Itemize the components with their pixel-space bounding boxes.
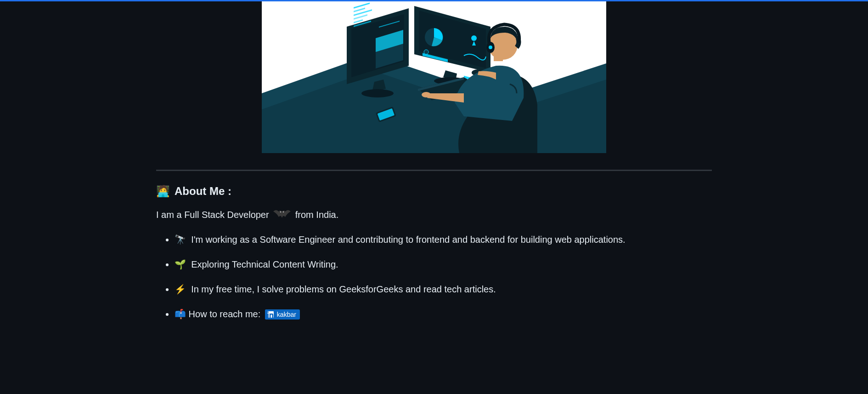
zap-emoji-icon: ⚡ bbox=[175, 282, 186, 296]
list-item: 🌱 Exploring Technical Content Writing. bbox=[175, 257, 712, 271]
linkedin-badge-label: kakbar bbox=[276, 310, 300, 320]
svg-point-14 bbox=[471, 35, 477, 41]
seedling-emoji-icon: 🌱 bbox=[175, 257, 186, 271]
list-item-reach: 📫 How to reach me: kakbar bbox=[175, 307, 712, 321]
svg-point-18 bbox=[424, 50, 428, 54]
list-item: ⚡ In my free time, I solve problems on G… bbox=[175, 282, 712, 296]
about-me-heading-text: About Me : bbox=[175, 183, 231, 200]
list-item-text: In my free time, I solve problems on Gee… bbox=[191, 284, 496, 294]
reach-text: How to reach me: bbox=[189, 309, 261, 319]
svg-point-24 bbox=[422, 92, 431, 97]
svg-rect-1 bbox=[354, 7, 365, 12]
list-item: 🔭 I'm working as a Software Engineer and… bbox=[175, 233, 712, 246]
mailbox-emoji-icon: 📫 bbox=[175, 307, 186, 321]
intro-paragraph: I am a Full Stack Developer from India. bbox=[156, 208, 712, 223]
about-me-heading: 🧑‍💻 About Me : bbox=[156, 183, 712, 200]
svg-point-7 bbox=[361, 89, 394, 97]
linkedin-badge[interactable]: kakbar bbox=[265, 309, 300, 320]
intro-suffix: from India. bbox=[295, 210, 338, 220]
hero-section bbox=[156, 1, 712, 153]
list-item-text: I'm working as a Software Engineer and c… bbox=[191, 234, 626, 245]
technologist-emoji-icon: 🧑‍💻 bbox=[156, 183, 170, 200]
bat-icon bbox=[273, 209, 291, 223]
svg-point-30 bbox=[283, 211, 284, 212]
svg-point-28 bbox=[489, 46, 492, 49]
telescope-emoji-icon: 🔭 bbox=[175, 233, 186, 246]
list-item-text: Exploring Technical Content Writing. bbox=[191, 259, 338, 269]
svg-point-29 bbox=[280, 211, 281, 212]
about-list: 🔭 I'm working as a Software Engineer and… bbox=[156, 233, 712, 321]
intro-prefix: I am a Full Stack Developer bbox=[156, 210, 269, 220]
section-divider bbox=[156, 170, 712, 171]
linkedin-icon bbox=[265, 309, 276, 320]
svg-rect-0 bbox=[354, 3, 370, 9]
developer-illustration bbox=[262, 1, 606, 153]
content-area: 🧑‍💻 About Me : I am a Full Stack Develop… bbox=[149, 1, 719, 321]
